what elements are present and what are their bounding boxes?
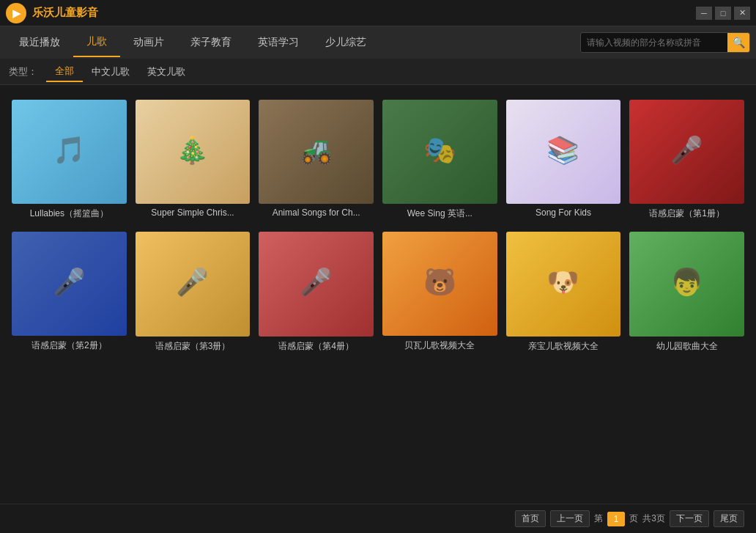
app-logo: ▶ bbox=[6, 3, 26, 23]
video-thumbnail: 🎵 bbox=[12, 100, 127, 204]
video-card[interactable]: 🎤语感启蒙（第4册） bbox=[259, 232, 374, 352]
nav-animation[interactable]: 动画片 bbox=[120, 29, 177, 56]
logo-icon: ▶ bbox=[12, 7, 21, 19]
nav-parentchild[interactable]: 亲子教育 bbox=[177, 29, 245, 56]
page-label-post: 页 bbox=[629, 512, 638, 525]
video-card[interactable]: 🚜Animal Songs for Ch... bbox=[259, 100, 374, 220]
video-thumbnail: 🎤 bbox=[12, 232, 127, 336]
thumb-inner: 🎤 bbox=[12, 232, 127, 336]
video-card[interactable]: 👦幼儿园歌曲大全 bbox=[629, 232, 744, 352]
video-thumbnail: 🎤 bbox=[629, 100, 744, 204]
video-title: 幼儿园歌曲大全 bbox=[629, 340, 744, 353]
thumb-icon: 🎤 bbox=[670, 135, 703, 166]
thumb-inner: 🎵 bbox=[12, 100, 127, 204]
thumb-icon: 🐻 bbox=[423, 267, 456, 298]
nav-recent[interactable]: 最近播放 bbox=[6, 29, 73, 56]
video-thumbnail: 🐻 bbox=[382, 232, 497, 336]
video-card[interactable]: 🐻贝瓦儿歌视频大全 bbox=[382, 232, 497, 352]
thumb-icon: 🎵 bbox=[53, 135, 86, 166]
video-card[interactable]: 🎵Lullabies（摇篮曲） bbox=[12, 100, 127, 220]
video-title: 贝瓦儿歌视频大全 bbox=[382, 339, 497, 352]
main-content: 🎵Lullabies（摇篮曲）🎄Super Simple Chris...🚜An… bbox=[0, 85, 756, 504]
page-first[interactable]: 首页 bbox=[515, 510, 546, 527]
filterbar: 类型： 全部 中文儿歌 英文儿歌 bbox=[0, 59, 756, 85]
video-title: 亲宝儿歌视频大全 bbox=[506, 340, 621, 353]
video-title: Super Simple Chris... bbox=[136, 207, 251, 218]
thumb-inner: 🎄 bbox=[136, 100, 251, 204]
titlebar-left: ▶ 乐沃儿童影音 bbox=[6, 3, 98, 23]
video-card[interactable]: 🎤语感启蒙（第1册） bbox=[629, 100, 744, 220]
page-last[interactable]: 尾页 bbox=[714, 510, 744, 527]
video-thumbnail: 🎤 bbox=[136, 232, 251, 336]
video-title: Lullabies（摇篮曲） bbox=[12, 207, 127, 220]
video-thumbnail: 🐶 bbox=[506, 232, 621, 336]
video-card[interactable]: 🎤语感启蒙（第3册） bbox=[136, 232, 251, 352]
page-current[interactable]: 1 bbox=[607, 512, 626, 526]
thumb-inner: 🎭 bbox=[382, 100, 497, 204]
thumb-inner: 🎤 bbox=[629, 100, 744, 204]
nav-english[interactable]: 英语学习 bbox=[245, 29, 312, 56]
thumb-icon: 🎤 bbox=[53, 267, 86, 298]
video-title: Wee Sing 英语... bbox=[382, 207, 497, 220]
thumb-inner: 🎤 bbox=[136, 232, 251, 336]
video-title: 语感启蒙（第3册） bbox=[136, 340, 251, 353]
video-thumbnail: 🚜 bbox=[259, 100, 374, 204]
filter-all[interactable]: 全部 bbox=[46, 62, 83, 82]
filter-english[interactable]: 英文儿歌 bbox=[138, 62, 194, 81]
video-card[interactable]: 🎤语感启蒙（第2册） bbox=[12, 232, 127, 352]
thumb-inner: 📚 bbox=[506, 100, 621, 204]
titlebar: ▶ 乐沃儿童影音 ─ □ ✕ bbox=[0, 0, 756, 26]
app-title: 乐沃儿童影音 bbox=[32, 6, 98, 20]
thumb-icon: 🎤 bbox=[176, 267, 209, 298]
thumb-icon: 🐶 bbox=[546, 267, 579, 298]
pagination: 首页 上一页 第 1 页 共3页 下一页 尾页 bbox=[0, 504, 756, 533]
nav-variety[interactable]: 少儿综艺 bbox=[312, 29, 379, 56]
filter-label: 类型： bbox=[9, 65, 37, 78]
page-next[interactable]: 下一页 bbox=[670, 510, 709, 527]
search-button[interactable]: 🔍 bbox=[727, 32, 749, 53]
search-input[interactable] bbox=[581, 37, 727, 48]
thumb-icon: 🎄 bbox=[176, 135, 209, 166]
minimize-button[interactable]: ─ bbox=[696, 7, 712, 20]
page-total: 共3页 bbox=[642, 512, 665, 525]
video-card[interactable]: 📚Song For Kids bbox=[506, 100, 621, 220]
thumb-inner: 🐶 bbox=[506, 232, 621, 336]
thumb-icon: 🎭 bbox=[423, 135, 456, 166]
video-title: 语感启蒙（第4册） bbox=[259, 340, 374, 353]
video-thumbnail: 🎄 bbox=[136, 100, 251, 204]
page-label-pre: 第 bbox=[594, 512, 603, 525]
maximize-button[interactable]: □ bbox=[715, 7, 731, 20]
thumb-inner: 🐻 bbox=[382, 232, 497, 336]
page-prev[interactable]: 上一页 bbox=[550, 510, 590, 527]
thumb-inner: 🚜 bbox=[259, 100, 374, 204]
video-thumbnail: 🎤 bbox=[259, 232, 374, 336]
video-card[interactable]: 🎭Wee Sing 英语... bbox=[382, 100, 497, 220]
nav-songs[interactable]: 儿歌 bbox=[73, 28, 120, 57]
video-card[interactable]: 🐶亲宝儿歌视频大全 bbox=[506, 232, 621, 352]
thumb-inner: 🎤 bbox=[259, 232, 374, 336]
search-box: 🔍 bbox=[580, 32, 750, 53]
close-button[interactable]: ✕ bbox=[734, 7, 750, 20]
video-grid: 🎵Lullabies（摇篮曲）🎄Super Simple Chris...🚜An… bbox=[12, 100, 744, 353]
video-title: Animal Songs for Ch... bbox=[259, 207, 374, 218]
video-thumbnail: 🎭 bbox=[382, 100, 497, 204]
video-thumbnail: 👦 bbox=[629, 232, 744, 336]
video-title: 语感启蒙（第1册） bbox=[629, 207, 744, 220]
filter-chinese[interactable]: 中文儿歌 bbox=[83, 62, 138, 81]
nav-left: 最近播放 儿歌 动画片 亲子教育 英语学习 少儿综艺 bbox=[6, 28, 379, 57]
navbar: 最近播放 儿歌 动画片 亲子教育 英语学习 少儿综艺 🔍 bbox=[0, 26, 756, 59]
thumb-icon: 🎤 bbox=[300, 267, 333, 298]
thumb-inner: 👦 bbox=[629, 232, 744, 336]
thumb-icon: 📚 bbox=[546, 135, 579, 166]
video-thumbnail: 📚 bbox=[506, 100, 621, 204]
video-card[interactable]: 🎄Super Simple Chris... bbox=[136, 100, 251, 220]
titlebar-controls: ─ □ ✕ bbox=[696, 7, 750, 20]
thumb-icon: 👦 bbox=[670, 267, 703, 298]
video-title: Song For Kids bbox=[506, 207, 621, 218]
video-title: 语感启蒙（第2册） bbox=[12, 339, 127, 352]
thumb-icon: 🚜 bbox=[300, 135, 333, 166]
